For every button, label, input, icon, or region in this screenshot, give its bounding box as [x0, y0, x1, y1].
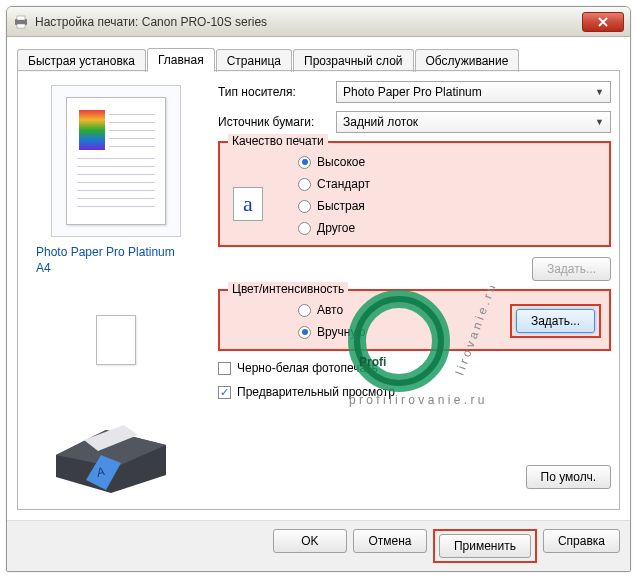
- color-intensity-legend: Цвет/интенсивность: [228, 282, 348, 296]
- paper-size-label: A4: [36, 261, 51, 275]
- print-quality-group: Качество печати a Высокое Стандарт Быстр…: [218, 141, 611, 247]
- quality-radio-standard[interactable]: Стандарт: [298, 173, 601, 195]
- page-preview: [51, 85, 181, 237]
- chevron-down-icon: ▼: [595, 87, 604, 97]
- quality-radio-fast[interactable]: Быстрая: [298, 195, 601, 217]
- tab-panel-main: Photo Paper Pro Platinum A4 A: [17, 70, 620, 510]
- small-paper-icon: [96, 315, 136, 365]
- quality-radio-high[interactable]: Высокое: [298, 151, 601, 173]
- content-area: Быстрая установка Главная Страница Прозр…: [7, 37, 630, 520]
- tab-clear-coat[interactable]: Прозрачный слой: [293, 49, 413, 72]
- window-title: Настройка печати: Canon PRO-10S series: [35, 15, 582, 29]
- paper-source-label: Источник бумаги:: [218, 115, 328, 129]
- color-radio-manual[interactable]: Вручную: [298, 321, 510, 343]
- svg-rect-2: [17, 24, 25, 28]
- titlebar: Настройка печати: Canon PRO-10S series: [7, 7, 630, 37]
- paper-name-label: Photo Paper Pro Platinum: [36, 245, 175, 259]
- apply-highlight: Применить: [433, 529, 537, 563]
- tab-quick-setup[interactable]: Быстрая установка: [17, 49, 146, 72]
- dialog-button-bar: OK Отмена Применить Справка: [7, 520, 630, 571]
- help-button[interactable]: Справка: [543, 529, 620, 553]
- printer-illustration: A: [46, 395, 186, 498]
- color-intensity-group: Цвет/интенсивность Авто Вручную Задать..…: [218, 289, 611, 351]
- svg-rect-1: [17, 16, 25, 20]
- preview-checkbox[interactable]: Предварительный просмотр: [218, 385, 611, 399]
- color-set-button[interactable]: Задать...: [516, 309, 595, 333]
- tab-main[interactable]: Главная: [147, 48, 215, 72]
- printer-icon: [13, 14, 29, 30]
- media-type-label: Тип носителя:: [218, 85, 328, 99]
- tab-page[interactable]: Страница: [216, 49, 292, 72]
- color-radio-auto[interactable]: Авто: [298, 299, 510, 321]
- quality-set-button[interactable]: Задать...: [532, 257, 611, 281]
- media-type-dropdown[interactable]: Photo Paper Pro Platinum ▼: [336, 81, 611, 103]
- defaults-button[interactable]: По умолч.: [526, 465, 611, 489]
- print-quality-legend: Качество печати: [228, 134, 328, 148]
- bw-photo-checkbox[interactable]: Черно-белая фотопечать: [218, 361, 611, 375]
- right-column: Тип носителя: Photo Paper Pro Platinum ▼…: [218, 81, 611, 498]
- apply-button[interactable]: Применить: [439, 534, 531, 558]
- close-button[interactable]: [582, 12, 624, 32]
- color-set-highlight: Задать...: [510, 304, 601, 338]
- ok-button[interactable]: OK: [273, 529, 347, 553]
- chevron-down-icon: ▼: [595, 117, 604, 127]
- paper-source-dropdown[interactable]: Задний лоток ▼: [336, 111, 611, 133]
- quality-radio-other[interactable]: Другое: [298, 217, 601, 239]
- tab-bar: Быстрая установка Главная Страница Прозр…: [17, 47, 620, 71]
- left-column: Photo Paper Pro Platinum A4 A: [26, 81, 206, 498]
- quality-sample-icon: a: [233, 187, 263, 221]
- tab-maintenance[interactable]: Обслуживание: [415, 49, 520, 72]
- print-settings-window: Настройка печати: Canon PRO-10S series Б…: [6, 6, 631, 572]
- cancel-button[interactable]: Отмена: [353, 529, 427, 553]
